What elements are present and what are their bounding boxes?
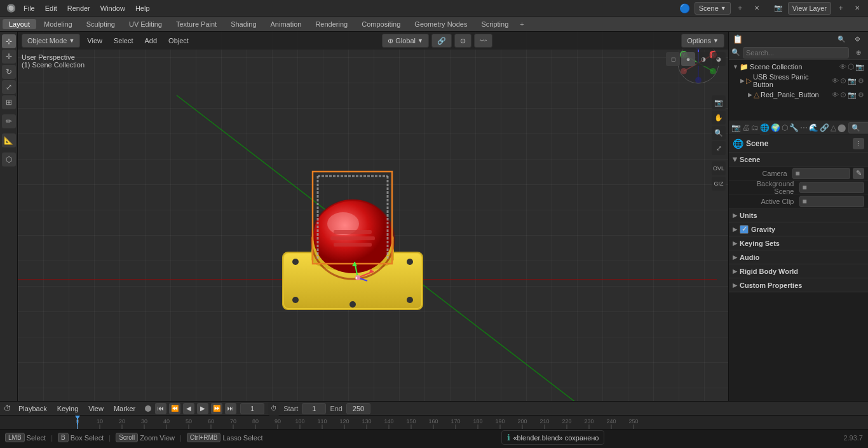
tab-scripting[interactable]: Scripting	[475, 19, 515, 29]
camera-view-btn[interactable]: 📷	[712, 95, 726, 109]
properties-search[interactable]	[848, 122, 868, 133]
viewport-3d[interactable]: Object Mode ▼ View Select Add Object ⊕ G…	[18, 32, 728, 401]
props-tab-modifiers[interactable]: 🔧	[789, 121, 799, 135]
usb-extra-icon[interactable]: ⚙	[858, 77, 864, 85]
red-extra-icon[interactable]: ⚙	[858, 91, 864, 99]
jump-start-btn[interactable]: ⏮	[155, 403, 166, 414]
outliner-item-red-panic[interactable]: ▶ △ Red_Panic_Button 👁 ⊙ 📷 ⚙	[744, 88, 868, 102]
usb-select-icon[interactable]: ⊙	[840, 76, 846, 85]
tab-animation[interactable]: Animation	[264, 19, 308, 29]
view-layer-dropdown[interactable]: View Layer	[788, 2, 831, 15]
annotate-tool[interactable]: ✏	[2, 114, 16, 128]
units-header[interactable]: ▶ Units	[729, 208, 868, 222]
props-tab-scene[interactable]: 🌐	[760, 121, 770, 135]
props-tab-physics[interactable]: 🌊	[809, 121, 818, 135]
hand-pan-btn[interactable]: ✋	[712, 111, 726, 125]
proportional-type-btn[interactable]: 〰	[474, 34, 492, 48]
visibility-icon[interactable]: 👁	[839, 63, 846, 71]
custom-props-header[interactable]: ▶ Custom Properties	[729, 278, 868, 292]
play-reverse-btn[interactable]: ◀	[183, 403, 194, 414]
active-clip-value[interactable]: ■	[799, 196, 865, 207]
props-tab-particles[interactable]: ⋯	[800, 121, 808, 135]
start-frame-input[interactable]	[302, 403, 326, 414]
tab-modeling[interactable]: Modeling	[37, 19, 79, 29]
menu-edit[interactable]: Edit	[41, 3, 62, 13]
gizmo-btn[interactable]: GIZ	[712, 177, 726, 191]
record-button[interactable]	[145, 405, 151, 412]
rotate-tool[interactable]: ↻	[2, 65, 16, 79]
props-tab-view-layer[interactable]: 🗂	[751, 121, 759, 135]
scene-selector-icon[interactable]: 🔵	[678, 1, 692, 15]
camera-value[interactable]: ■	[792, 168, 851, 179]
timeline-keying-menu[interactable]: Keying	[54, 405, 82, 412]
add-cube-tool[interactable]: ⬡	[2, 153, 16, 166]
props-tab-constraints[interactable]: 🔗	[820, 121, 829, 135]
overlay-btn[interactable]: OVL	[712, 161, 726, 175]
fullscreen-btn[interactable]: ⤢	[712, 141, 726, 155]
transform-tool[interactable]: ⊞	[2, 95, 16, 109]
snapping-btn[interactable]: 🔗	[431, 34, 452, 48]
timeline-ruler[interactable]: 0102030405060708090100110120130140150160…	[0, 416, 868, 429]
red-visibility-icon[interactable]: 👁	[832, 91, 839, 98]
tab-geometry-nodes[interactable]: Geometry Nodes	[408, 19, 473, 29]
red-render-icon[interactable]: 📷	[848, 91, 857, 99]
tab-layout[interactable]: Layout	[3, 19, 36, 29]
viewport-select-menu[interactable]: Select	[109, 36, 138, 46]
outliner-search-input[interactable]	[743, 47, 849, 58]
tab-shading[interactable]: Shading	[224, 19, 262, 29]
red-select-icon[interactable]: ⊙	[840, 90, 846, 99]
cursor-tool[interactable]: ⊹	[2, 34, 16, 48]
scale-tool[interactable]: ⤢	[2, 80, 16, 94]
timeline-playback-menu[interactable]: Playback	[15, 405, 50, 412]
tab-rendering[interactable]: Rendering	[309, 19, 354, 29]
outliner-search-icon[interactable]: 🔍	[834, 32, 848, 46]
props-tab-object[interactable]: ⬡	[782, 121, 788, 135]
blender-logo[interactable]: 🔘	[4, 1, 18, 15]
keying-sets-header[interactable]: ▶ Keying Sets	[729, 236, 868, 250]
rendered-shading-btn[interactable]: ◕	[712, 52, 726, 66]
view-layer-remove-icon[interactable]: ✕	[850, 1, 864, 15]
props-tab-output[interactable]: 🖨	[742, 121, 750, 135]
move-tool[interactable]: ✛	[2, 50, 16, 64]
audio-header[interactable]: ▶ Audio	[729, 250, 868, 264]
menu-file[interactable]: File	[19, 3, 39, 13]
add-workspace-btn[interactable]: +	[516, 19, 527, 29]
props-tab-data[interactable]: △	[831, 121, 836, 135]
outliner-filter-icon[interactable]: ⚙	[850, 32, 864, 46]
material-shading-btn[interactable]: ◑	[696, 52, 710, 66]
end-frame-input[interactable]	[346, 403, 370, 414]
viewport-canvas[interactable]: ✦	[18, 32, 728, 401]
tab-sculpting[interactable]: Sculpting	[80, 19, 121, 29]
usb-visibility-icon[interactable]: 👁	[832, 77, 839, 85]
timeline-marker-menu[interactable]: Marker	[111, 405, 139, 412]
outliner-item-scene-collection[interactable]: ▼ 📁 Scene Collection 👁 ⬡ 📷	[729, 60, 868, 74]
props-tab-material[interactable]: ⬤	[837, 121, 846, 135]
solid-shading-btn[interactable]: ●	[681, 52, 695, 66]
jump-end-btn[interactable]: ⏭	[225, 403, 236, 414]
scene-dropdown[interactable]: Scene ▼	[695, 2, 731, 15]
render-icon[interactable]: 📷	[855, 63, 864, 71]
scene-panel-menu-btn[interactable]: ⋮	[853, 138, 864, 149]
render-layer-icon[interactable]: 📷	[771, 1, 785, 15]
rigid-body-header[interactable]: ▶ Rigid Body World	[729, 264, 868, 278]
bg-scene-value[interactable]: ■	[799, 182, 865, 193]
camera-eyedrop-btn[interactable]: ✎	[853, 168, 864, 179]
gravity-checkbox[interactable]: ✓	[740, 225, 749, 234]
play-btn[interactable]: ▶	[197, 403, 208, 414]
proportional-edit-btn[interactable]: ⊙	[454, 34, 471, 48]
viewport-add-menu[interactable]: Add	[140, 36, 162, 46]
scene-sub-header[interactable]: ▶ Scene	[729, 153, 868, 166]
timeline-view-menu[interactable]: View	[85, 405, 107, 412]
menu-render[interactable]: Render	[63, 3, 95, 13]
scene-remove-icon[interactable]: ✕	[750, 1, 764, 15]
tab-compositing[interactable]: Compositing	[355, 19, 407, 29]
outliner-item-usb-panic[interactable]: ▶ ▷ USB Stress Panic Button 👁 ⊙ 📷 ⚙	[736, 74, 868, 88]
scene-add-icon[interactable]: +	[733, 1, 747, 15]
options-btn[interactable]: Options ▼	[681, 34, 724, 48]
measure-tool[interactable]: 📐	[2, 133, 16, 147]
current-frame-input[interactable]	[240, 403, 264, 414]
play-forward-btn[interactable]: ⏩	[211, 403, 222, 414]
fps-display[interactable]: ⏱	[268, 402, 280, 416]
tab-uv-editing[interactable]: UV Editing	[123, 19, 168, 29]
viewport-object-menu[interactable]: Object	[164, 36, 193, 46]
